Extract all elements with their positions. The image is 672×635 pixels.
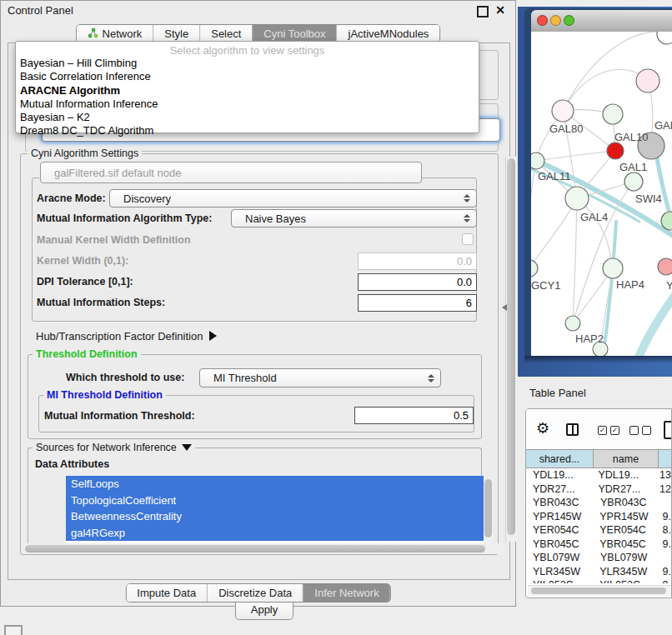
aracne-mode-label: Aracne Mode: xyxy=(37,192,106,204)
cell-name: YDR27... xyxy=(592,482,655,497)
cell-name: YPR145W xyxy=(593,510,657,524)
table-panel-title: Table Panel xyxy=(529,387,586,399)
sources-title[interactable]: Sources for Network Inference xyxy=(33,442,195,453)
tab-network[interactable]: Network xyxy=(77,25,153,42)
algorithm-option[interactable]: Bayesian – Hill Climbing xyxy=(16,57,479,70)
network-canvas[interactable]: GALGAL80GAL10GAL1GAL11SWI4GAL4GCY1HAP4YH… xyxy=(531,32,672,356)
tab-discretize-data[interactable]: Discretize Data xyxy=(207,584,303,602)
which-threshold-combobox[interactable]: MI Threshold xyxy=(199,368,441,388)
table-horizontal-scrollbar[interactable] xyxy=(528,585,671,596)
kernel-width-field[interactable] xyxy=(358,252,477,270)
network-node[interactable] xyxy=(607,142,624,159)
cell-shared-name: YBL079W xyxy=(526,551,594,565)
column-header[interactable]: name xyxy=(594,449,659,468)
node-label: GAL4 xyxy=(580,211,608,223)
table-row[interactable]: YBR045CYBR045C9. xyxy=(526,538,671,552)
cell-value xyxy=(659,496,671,510)
aracne-mode-combobox[interactable]: Discovery xyxy=(109,189,477,208)
mi-threshold-title: MI Threshold Definition xyxy=(43,389,166,401)
network-node[interactable] xyxy=(624,172,643,191)
column-header[interactable] xyxy=(659,449,672,468)
table-row[interactable]: YDR27...YDR27...12 xyxy=(526,482,671,497)
table-toolbar: ⚙ ✓ ✓ xyxy=(526,409,671,449)
document-icon[interactable] xyxy=(664,421,672,439)
tab-style[interactable]: Style xyxy=(153,25,199,42)
attribute-list-item[interactable]: BetweennessCentrality xyxy=(66,508,484,525)
attributes-scrollbar[interactable] xyxy=(484,478,493,544)
network-node[interactable] xyxy=(552,100,574,122)
tab-jactivemnodules[interactable]: jActiveMNodules xyxy=(337,25,440,42)
checked-checkbox-icon[interactable]: ✓ xyxy=(598,426,607,435)
table-row[interactable]: YBL079WYBL079W xyxy=(526,551,671,565)
dpi-tolerance-field[interactable] xyxy=(358,273,477,291)
cyni-settings-groupbox: Cyni Algorithm Settings Algorithm Defini… xyxy=(20,153,499,555)
close-icon[interactable]: ✕ xyxy=(495,3,505,17)
network-node[interactable] xyxy=(531,260,538,277)
cell-name: YLR345W xyxy=(593,565,657,579)
cell-value: 9. xyxy=(658,538,671,552)
mi-type-combobox[interactable]: Naive Bayes xyxy=(231,209,477,228)
checked-checkbox-icon[interactable]: ✓ xyxy=(610,426,619,435)
panel-title: Control Panel xyxy=(8,4,73,17)
algorithm-option[interactable]: Dream8 DC_TDC Algorithm xyxy=(16,124,479,138)
attribute-list-item[interactable]: TopologicalCoefficient xyxy=(66,492,484,509)
tab-impute-data[interactable]: Impute Data xyxy=(126,584,207,602)
minimized-panel-icon[interactable] xyxy=(4,625,23,635)
attribute-list-item[interactable]: gal4RGexp xyxy=(66,525,484,542)
float-window-icon[interactable] xyxy=(477,6,489,18)
kernel-width-label: Kernel Width (0,1): xyxy=(37,255,128,267)
algorithm-option[interactable]: ARACNE Algorithm xyxy=(16,84,479,98)
unchecked-checkbox-icon[interactable] xyxy=(642,426,651,435)
cell-name: YER054C xyxy=(593,523,657,538)
minimize-traffic-light-icon[interactable] xyxy=(550,15,561,26)
table-body: YDL19...YDL19...13YDR27...YDR27...12YBR0… xyxy=(526,468,671,583)
settings-vertical-scrollbar[interactable] xyxy=(505,157,517,542)
node-label: GCY1 xyxy=(531,279,560,292)
tab-cyni-toolbox[interactable]: Cyni Toolbox xyxy=(252,25,336,42)
network-node[interactable] xyxy=(636,69,659,92)
table-row[interactable]: YER054CYER054C8. xyxy=(526,523,671,538)
splitter-arrow-icon[interactable] xyxy=(502,304,507,311)
network-node[interactable] xyxy=(603,258,623,278)
node-label: GAL11 xyxy=(538,170,571,182)
node-label: HAP2 xyxy=(575,332,604,345)
table-row[interactable]: YPR145WYPR145W9. xyxy=(526,510,671,524)
unchecked-checkbox-icon[interactable] xyxy=(629,426,639,435)
data-attributes-list[interactable]: SelfLoopsTopologicalCoefficientBetweenne… xyxy=(66,476,484,546)
table-row[interactable]: YDL19...YDL19...13 xyxy=(526,468,671,482)
table-row[interactable]: YLR345WYLR345W9. xyxy=(526,565,671,579)
network-window-titlebar[interactable] xyxy=(531,10,672,32)
data-attributes-label: Data Attributes xyxy=(35,458,109,470)
mi-threshold-field[interactable] xyxy=(354,407,474,424)
network-node[interactable] xyxy=(657,32,672,44)
column-header[interactable]: shared... xyxy=(526,449,594,468)
table-row[interactable]: YIL052CYIL052C9. xyxy=(526,578,671,583)
gear-icon[interactable]: ⚙ xyxy=(536,421,549,436)
table-row[interactable]: YBR043CYBR043C xyxy=(526,496,671,510)
algorithm-option[interactable]: Basic Correlation Inference xyxy=(16,70,479,83)
network-node[interactable] xyxy=(603,104,623,124)
algorithm-option[interactable]: Bayesian – K2 xyxy=(16,111,479,124)
mi-steps-field[interactable] xyxy=(358,294,477,312)
stepper-arrows-icon xyxy=(464,214,470,222)
network-node[interactable] xyxy=(531,152,544,169)
close-traffic-light-icon[interactable] xyxy=(537,15,548,26)
columns-icon[interactable] xyxy=(566,423,579,436)
network-node[interactable] xyxy=(565,187,589,210)
cell-shared-name: YBR043C xyxy=(526,496,594,510)
network-node[interactable] xyxy=(658,258,672,275)
tab-label: Cyni Toolbox xyxy=(263,28,325,40)
manual-kernel-checkbox[interactable] xyxy=(462,233,474,245)
tab-label: Select xyxy=(211,28,241,40)
network-node[interactable] xyxy=(565,316,580,331)
hub-definition-expander[interactable]: Hub/Transcription Factor Definition xyxy=(36,330,217,342)
zoom-traffic-light-icon[interactable] xyxy=(564,15,574,26)
algorithm-option[interactable]: Mutual Information Inference xyxy=(16,98,479,111)
settings-horizontal-scrollbar[interactable] xyxy=(23,543,504,554)
hub-definition-label: Hub/Transcription Factor Definition xyxy=(36,330,203,342)
tab-infer-network[interactable]: Infer Network xyxy=(303,584,389,602)
tab-select[interactable]: Select xyxy=(199,25,252,42)
cell-value: 9. xyxy=(658,578,671,583)
network-combobox[interactable]: galFiltered.sif default node xyxy=(40,162,422,183)
attribute-list-item[interactable]: SelfLoops xyxy=(66,476,484,492)
